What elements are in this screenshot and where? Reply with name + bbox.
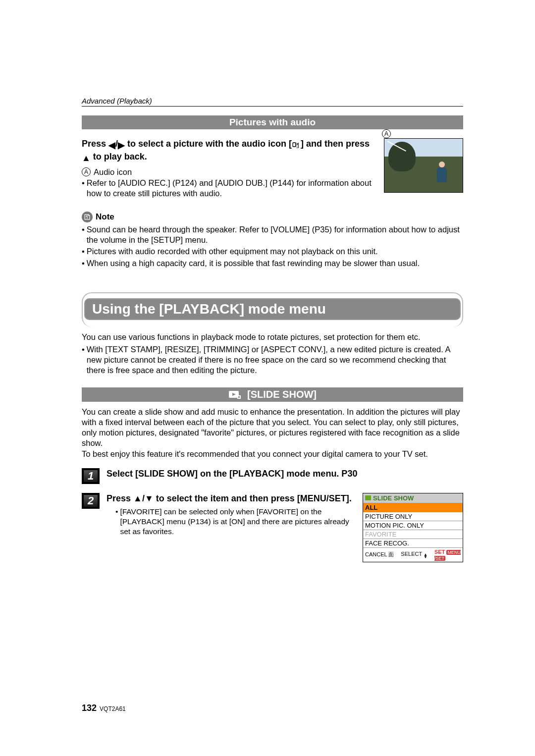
breadcrumb: Advanced (Playback) [82, 97, 463, 107]
lcd-row-picture-only[interactable]: PICTURE ONLY [363, 512, 463, 521]
playback-intro-bullet: With [TEXT STAMP], [RESIZE], [TRIMMING] … [87, 344, 463, 376]
section-title-pictures-audio: Pictures with audio [82, 115, 463, 129]
section-title-slide-show: [SLIDE SHOW] [82, 387, 463, 402]
lcd-header: SLIDE SHOW [363, 493, 463, 503]
right-triangle-icon: ▶ [118, 140, 125, 151]
updown-icon: ▲▼ [424, 553, 428, 558]
lcd-row-all[interactable]: ALL [363, 503, 463, 512]
playback-icon [365, 495, 371, 500]
lcd-footer: CANCEL 面 SELECT ▲▼ SET MENU/SET [363, 547, 463, 562]
audio-note-icon [292, 140, 301, 151]
step-2-bullet: [FAVORITE] can be selected only when [FA… [120, 507, 354, 536]
note-bullet-1: Sound can be heard through the speaker. … [87, 224, 463, 245]
note-icon [82, 212, 93, 222]
page-footer: 132VQT2A61 [82, 703, 126, 713]
down-triangle-icon: ▼ [145, 493, 154, 503]
callout-a-on-thumb: A [382, 129, 391, 138]
step-1-text: Select [SLIDE SHOW] on the [PLAYBACK] mo… [107, 468, 463, 480]
playback-intro-para: You can use various functions in playbac… [82, 332, 463, 342]
slide-para-2: To best enjoy this feature it's recommen… [82, 449, 463, 459]
lcd-row-face-recog[interactable]: FACE RECOG. [363, 539, 463, 547]
svg-rect-0 [293, 143, 296, 147]
svg-rect-3 [238, 396, 240, 398]
lcd-row-motion-pic-only[interactable]: MOTION PIC. ONLY [363, 521, 463, 530]
note-bullet-2: Pictures with audio recorded with other … [87, 246, 463, 257]
left-triangle-icon: ◀ [108, 140, 115, 151]
bullet-audio-ref: Refer to [AUDIO REC.] (P124) and [AUDIO … [87, 178, 374, 199]
legend-audio-icon: Audio icon [94, 167, 132, 177]
note-label: Note [96, 212, 114, 222]
sample-photo-thumbnail [384, 138, 463, 193]
banner-frame: Using the [PLAYBACK] mode menu [82, 292, 463, 327]
lcd-slide-show-menu: SLIDE SHOW ALL PICTURE ONLY MOTION PIC. … [363, 493, 463, 562]
instruction-line: Press ◀/▶ to select a picture with the a… [82, 138, 374, 163]
slide-para-1: You can create a slide show and add musi… [82, 407, 463, 448]
step-2-text: Press ▲/▼ to select the item and then pr… [107, 493, 354, 504]
playback-slide-icon [228, 390, 241, 399]
note-bullet-3: When using a high capacity card, it is p… [87, 258, 463, 269]
step-number-1: 1 [82, 468, 100, 484]
cancel-icon: 面 [388, 551, 394, 557]
banner-playback-mode-menu: Using the [PLAYBACK] mode menu [84, 298, 461, 320]
lcd-row-favorite[interactable]: FAVORITE [363, 530, 463, 539]
callout-letter-a: A [82, 167, 91, 176]
up-triangle-icon: ▲ [82, 153, 91, 164]
step-number-2: 2 [82, 493, 100, 509]
up-triangle-icon: ▲ [133, 493, 142, 503]
